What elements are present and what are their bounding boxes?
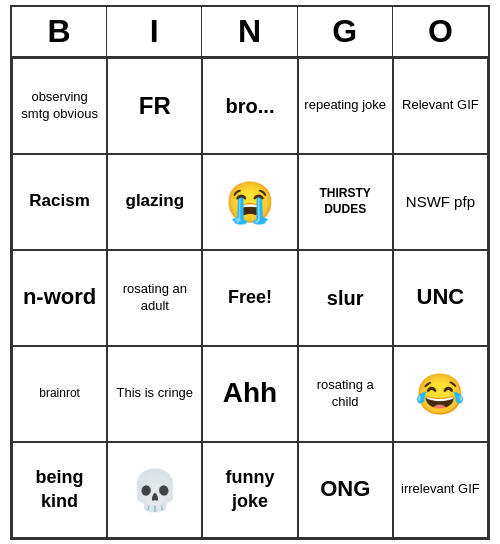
header-o: O xyxy=(393,7,488,56)
header-g: G xyxy=(298,7,393,56)
cell-4-2: funny joke xyxy=(202,442,297,538)
bingo-grid: observing smtg obvious FR bro... repeati… xyxy=(12,58,488,538)
cell-1-2: 😭 xyxy=(202,154,297,250)
cell-2-1: rosating an adult xyxy=(107,250,202,346)
header-b: B xyxy=(12,7,107,56)
cell-1-0: Racism xyxy=(12,154,107,250)
header-n: N xyxy=(202,7,297,56)
header-i: I xyxy=(107,7,202,56)
cell-3-3: rosating a child xyxy=(298,346,393,442)
cell-0-1: FR xyxy=(107,58,202,154)
cell-2-0: n-word xyxy=(12,250,107,346)
bingo-header: B I N G O xyxy=(12,7,488,58)
cell-4-1: 💀 xyxy=(107,442,202,538)
cell-0-3: repeating joke xyxy=(298,58,393,154)
cell-4-4: irrelevant GIF xyxy=(393,442,488,538)
cell-2-4: UNC xyxy=(393,250,488,346)
bingo-card: B I N G O observing smtg obvious FR bro.… xyxy=(10,5,490,540)
cell-2-2-free: Free! xyxy=(202,250,297,346)
cell-3-0: brainrot xyxy=(12,346,107,442)
cell-3-4: 😂 xyxy=(393,346,488,442)
cell-3-2: Ahh xyxy=(202,346,297,442)
cell-0-2: bro... xyxy=(202,58,297,154)
cell-0-4: Relevant GIF xyxy=(393,58,488,154)
cell-1-4: NSWF pfp xyxy=(393,154,488,250)
cell-4-3: ONG xyxy=(298,442,393,538)
cell-2-3: slur xyxy=(298,250,393,346)
cell-1-1: glazing xyxy=(107,154,202,250)
cell-1-3: THIRSTY DUDES xyxy=(298,154,393,250)
cell-3-1: This is cringe xyxy=(107,346,202,442)
cell-4-0: being kind xyxy=(12,442,107,538)
cell-0-0: observing smtg obvious xyxy=(12,58,107,154)
